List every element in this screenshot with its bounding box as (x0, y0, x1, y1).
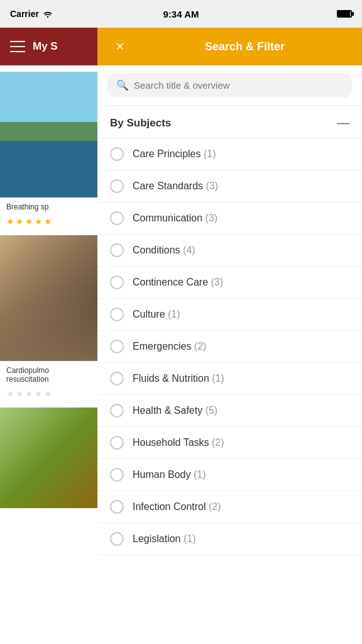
filter-panel: × Search & Filter 🔍 By Subjects — Care P… (97, 28, 362, 644)
search-icon: 🔍 (116, 79, 129, 91)
filter-item[interactable]: Communication (3) (97, 203, 362, 235)
radio-circle-9[interactable] (110, 436, 124, 450)
filter-item[interactable]: Fluids & Nutrition (1) (97, 363, 362, 395)
background-content: My S Breathing sp ★★★★★ Cardiopulmoresus… (0, 28, 97, 644)
filter-item[interactable]: Household Tasks (2) (97, 427, 362, 459)
filter-list: Care Principles (1) Care Standards (3) C… (97, 138, 362, 644)
bg-card-1-image (0, 72, 97, 197)
close-icon: × (116, 40, 124, 53)
status-right (337, 10, 352, 18)
radio-circle-12[interactable] (110, 532, 124, 546)
filter-item[interactable]: Care Standards (3) (97, 170, 362, 203)
filter-label-4: Continence Care (3) (133, 277, 223, 288)
filter-item[interactable]: Culture (1) (97, 299, 362, 331)
filter-item[interactable]: Health & Safety (5) (97, 395, 362, 427)
radio-circle-11[interactable] (110, 500, 124, 514)
wifi-icon (43, 10, 53, 18)
filter-item[interactable]: Legislation (1) (97, 523, 362, 555)
filter-label-11: Infection Control (2) (133, 501, 221, 513)
battery-icon (337, 10, 352, 18)
bg-card-1: Breathing sp ★★★★★ (0, 72, 97, 229)
search-box: 🔍 (107, 73, 352, 97)
bg-card-2: Cardiopulmoresuscitation ★★★★★ (0, 235, 97, 401)
bg-card-2-title: Cardiopulmoresuscitation (0, 361, 97, 386)
hamburger-icon (10, 41, 25, 52)
close-button[interactable]: × (110, 36, 130, 57)
filter-item[interactable]: Continence Care (3) (97, 267, 362, 299)
filter-label-9: Household Tasks (2) (133, 437, 224, 448)
filter-label-6: Emergencies (2) (133, 341, 206, 352)
panel-title: Search & Filter (140, 40, 349, 53)
bg-card-3 (0, 408, 97, 508)
radio-circle-3[interactable] (110, 243, 124, 257)
radio-circle-7[interactable] (110, 372, 124, 386)
filter-label-7: Fluids & Nutrition (1) (133, 373, 224, 384)
filter-label-1: Care Standards (3) (133, 180, 218, 192)
time-label: 9:34 AM (163, 9, 199, 19)
radio-circle-5[interactable] (110, 308, 124, 321)
carrier-label: Carrier (10, 9, 53, 19)
bg-card-2-image (0, 235, 97, 361)
filter-label-0: Care Principles (1) (133, 148, 216, 160)
filter-label-5: Culture (1) (133, 309, 180, 320)
filter-label-2: Communication (3) (133, 213, 217, 224)
status-bar: Carrier 9:34 AM (0, 0, 362, 28)
panel-header: × Search & Filter (97, 28, 362, 65)
filter-item[interactable]: Infection Control (2) (97, 491, 362, 523)
radio-circle-8[interactable] (110, 404, 124, 418)
bg-header-text: My S (33, 40, 58, 53)
bg-card-3-image (0, 408, 97, 508)
radio-circle-2[interactable] (110, 211, 124, 225)
bg-header: My S (0, 28, 97, 65)
search-container: 🔍 (97, 65, 362, 106)
bg-card-2-stars: ★★★★★ (0, 386, 97, 401)
subjects-section-header[interactable]: By Subjects — (97, 106, 362, 138)
radio-circle-0[interactable] (110, 147, 124, 161)
filter-label-12: Legislation (1) (133, 533, 196, 545)
filter-item[interactable]: Human Body (1) (97, 459, 362, 491)
radio-circle-10[interactable] (110, 468, 124, 482)
filter-item[interactable]: Emergencies (2) (97, 331, 362, 363)
radio-circle-4[interactable] (110, 275, 124, 289)
collapse-icon: — (337, 116, 349, 130)
bg-card-1-stars: ★★★★★ (0, 214, 97, 229)
filter-label-3: Conditions (4) (133, 245, 195, 256)
filter-item[interactable]: Care Principles (1) (97, 138, 362, 170)
filter-item[interactable]: Conditions (4) (97, 235, 362, 267)
subjects-label: By Subjects (110, 117, 171, 130)
filter-label-10: Human Body (1) (133, 469, 206, 480)
filter-label-8: Health & Safety (5) (133, 405, 217, 416)
radio-circle-1[interactable] (110, 179, 124, 193)
bg-card-1-title: Breathing sp (0, 197, 97, 214)
radio-circle-6[interactable] (110, 340, 124, 353)
search-input[interactable] (134, 80, 343, 91)
